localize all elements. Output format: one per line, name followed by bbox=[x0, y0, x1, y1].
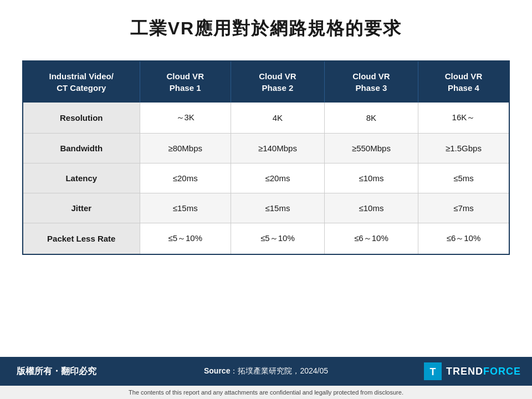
row-label-bandwidth: Bandwidth bbox=[23, 134, 140, 163]
table-header-row: Industrial Video/ CT Category Cloud VR P… bbox=[23, 62, 509, 103]
specs-table: Industrial Video/ CT Category Cloud VR P… bbox=[23, 62, 509, 254]
cell-packet-phase3: ≤6～10% bbox=[324, 223, 418, 254]
cell-latency-phase3: ≤10ms bbox=[324, 163, 418, 193]
trendforce-logo-icon: T bbox=[424, 362, 442, 380]
cell-packet-phase1: ≤5～10% bbox=[140, 223, 231, 254]
header-category: Industrial Video/ CT Category bbox=[23, 62, 140, 103]
page-title: 工業VR應用對於網路規格的要求 bbox=[130, 17, 402, 41]
row-label-jitter: Jitter bbox=[23, 193, 140, 223]
table-row: Jitter ≤15ms ≤15ms ≤10ms ≤7ms bbox=[23, 193, 509, 223]
cell-resolution-phase1: ～3K bbox=[140, 103, 231, 134]
cell-latency-phase4: ≤5ms bbox=[418, 163, 509, 193]
cell-bandwidth-phase1: ≥80Mbps bbox=[140, 134, 231, 163]
row-label-latency: Latency bbox=[23, 163, 140, 193]
header-phase2: Cloud VR Phase 2 bbox=[231, 62, 324, 103]
cell-jitter-phase4: ≤7ms bbox=[418, 193, 509, 223]
trendforce-logo: T TRENDFORCE bbox=[424, 362, 521, 380]
cell-bandwidth-phase4: ≥1.5Gbps bbox=[418, 134, 509, 163]
trend-text: TREND bbox=[446, 366, 483, 377]
cell-resolution-phase4: 16K～ bbox=[418, 103, 509, 134]
cell-jitter-phase3: ≤10ms bbox=[324, 193, 418, 223]
cell-latency-phase2: ≤20ms bbox=[231, 163, 324, 193]
cell-packet-phase2: ≤5～10% bbox=[231, 223, 324, 254]
source-label: Source bbox=[204, 366, 230, 375]
table-row: Resolution ～3K 4K 8K 16K～ bbox=[23, 103, 509, 134]
copyright-text: 版權所有・翻印必究 bbox=[17, 366, 96, 377]
svg-text:T: T bbox=[430, 366, 436, 377]
cell-resolution-phase3: 8K bbox=[324, 103, 418, 134]
cell-bandwidth-phase3: ≥550Mbps bbox=[324, 134, 418, 163]
footer: 版權所有・翻印必究 Source：拓墣產業研究院，2024/05 T TREND… bbox=[0, 357, 532, 386]
cell-bandwidth-phase2: ≥140Mbps bbox=[231, 134, 324, 163]
cell-packet-phase4: ≤6～10% bbox=[418, 223, 509, 254]
header-phase3: Cloud VR Phase 3 bbox=[324, 62, 418, 103]
row-label-packet-less-rate: Packet Less Rate bbox=[23, 223, 140, 254]
cell-jitter-phase1: ≤15ms bbox=[140, 193, 231, 223]
cell-latency-phase1: ≤20ms bbox=[140, 163, 231, 193]
table-row: Bandwidth ≥80Mbps ≥140Mbps ≥550Mbps ≥1.5… bbox=[23, 134, 509, 163]
source-text: ：拓墣產業研究院，2024/05 bbox=[230, 366, 328, 375]
page-container: 工業VR應用對於網路規格的要求 Industrial Video/ CT Cat… bbox=[0, 0, 532, 399]
source-info: Source：拓墣產業研究院，2024/05 bbox=[204, 366, 328, 376]
table-row: Packet Less Rate ≤5～10% ≤5～10% ≤6～10% ≤6… bbox=[23, 223, 509, 254]
disclaimer-text: The contents of this report and any atta… bbox=[0, 386, 532, 399]
header-phase1: Cloud VR Phase 1 bbox=[140, 62, 231, 103]
row-label-resolution: Resolution bbox=[23, 103, 140, 134]
cell-resolution-phase2: 4K bbox=[231, 103, 324, 134]
trendforce-name: TRENDFORCE bbox=[446, 366, 521, 377]
data-table-wrapper: Industrial Video/ CT Category Cloud VR P… bbox=[22, 60, 510, 255]
header-phase4: Cloud VR Phase 4 bbox=[418, 62, 509, 103]
main-content: 工業VR應用對於網路規格的要求 Industrial Video/ CT Cat… bbox=[0, 0, 532, 357]
cell-jitter-phase2: ≤15ms bbox=[231, 193, 324, 223]
table-row: Latency ≤20ms ≤20ms ≤10ms ≤5ms bbox=[23, 163, 509, 193]
force-text: FORCE bbox=[483, 366, 521, 377]
